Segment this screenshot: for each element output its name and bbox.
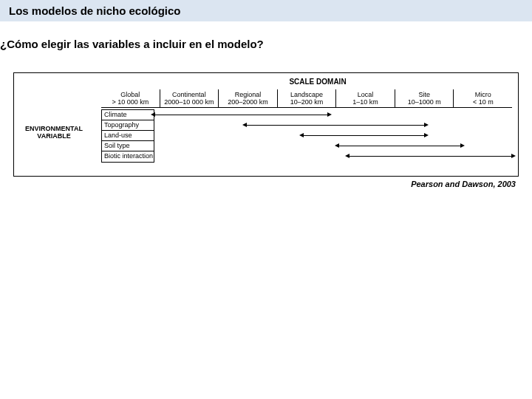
scale-col-range: 10–200 km: [279, 98, 335, 106]
range-arrow-4: [349, 156, 512, 157]
question-block: ¿Cómo elegir las variables a incluir en …: [0, 21, 532, 50]
scale-col-name: Site: [396, 91, 453, 98]
range-arrow-2: [303, 135, 426, 136]
variable-cell-1: Topography: [102, 120, 154, 131]
scale-domain-heading: SCALE DOMAIN: [14, 78, 518, 86]
arrow-row-1: [154, 120, 512, 130]
variable-cell-2: Land-use: [102, 131, 154, 141]
scale-col-4: Local1–10 km: [335, 89, 395, 107]
scale-col-name: Local: [337, 91, 394, 98]
scale-col-3: Landscape10–200 km: [277, 89, 336, 107]
citation: Pearson and Dawson, 2003: [0, 180, 516, 188]
scale-grid: Global> 10 000 kmContinental2000–10 000 …: [101, 89, 512, 163]
scale-col-range: < 10 m: [454, 98, 511, 106]
scale-col-name: Continental: [161, 91, 218, 98]
range-arrow-0: [154, 115, 328, 115]
scale-col-name: Global: [102, 91, 159, 98]
range-arrow-3: [338, 146, 461, 146]
question-text: ¿Cómo elegir las variables a incluir en …: [0, 38, 532, 50]
arrows-area: [154, 109, 512, 163]
scale-col-range: 10–1000 m: [396, 98, 453, 106]
scale-col-2: Regional200–2000 km: [218, 89, 277, 107]
scale-col-0: Global> 10 000 km: [101, 89, 160, 107]
scale-col-name: Regional: [219, 91, 276, 98]
scale-col-1: Continental2000–10 000 km: [160, 89, 219, 107]
scale-domain-diagram: SCALE DOMAIN Global> 10 000 kmContinenta…: [13, 72, 519, 177]
scale-col-name: Landscape: [279, 91, 335, 98]
scale-col-6: Micro< 10 m: [453, 89, 512, 107]
scale-col-range: 200–2000 km: [219, 98, 276, 106]
scale-col-range: > 10 000 km: [102, 98, 159, 106]
variable-cell-3: Soil type: [102, 141, 154, 151]
scale-col-name: Micro: [454, 91, 511, 98]
arrow-row-4: [154, 151, 512, 161]
scale-col-5: Site10–1000 m: [395, 89, 454, 107]
variable-rows: ENVIRONMENTAL VARIABLE ClimateTopography…: [101, 109, 512, 163]
range-arrow-1: [246, 125, 425, 126]
arrow-row-3: [154, 140, 512, 151]
header-band: Los modelos de nicho ecológico: [0, 0, 532, 21]
variable-table: ClimateTopographyLand-useSoil typeBiotic…: [101, 109, 154, 163]
page-title: Los modelos de nicho ecológico: [9, 4, 523, 17]
scale-header-row: Global> 10 000 kmContinental2000–10 000 …: [101, 89, 512, 108]
arrow-row-2: [154, 130, 512, 140]
arrow-row-0: [154, 109, 512, 120]
scale-col-range: 1–10 km: [337, 98, 394, 106]
env-variable-heading: ENVIRONMENTAL VARIABLE: [18, 126, 89, 140]
variable-cell-0: Climate: [102, 110, 154, 120]
variable-cell-4: Biotic interaction: [102, 151, 154, 162]
scale-col-range: 2000–10 000 km: [161, 98, 218, 106]
